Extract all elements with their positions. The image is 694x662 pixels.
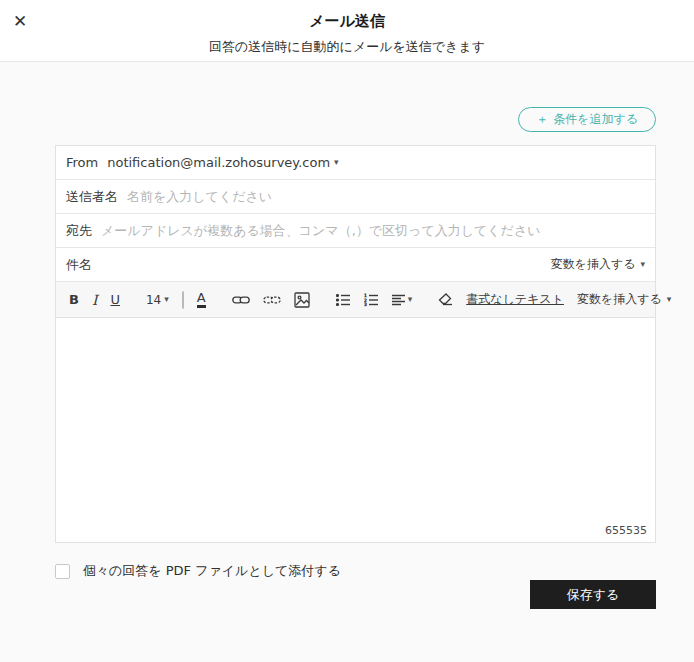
from-row: From notification@mail.zohosurvey.com ▾ <box>56 146 655 180</box>
attach-pdf-checkbox[interactable] <box>55 564 70 579</box>
dialog-body: ＋条件を追加する From notification@mail.zohosurv… <box>0 62 694 662</box>
italic-button[interactable]: I <box>92 293 98 307</box>
from-address-dropdown[interactable]: notification@mail.zohosurvey.com ▾ <box>107 155 338 170</box>
sender-name-input[interactable] <box>127 189 645 204</box>
font-size-value: 14 <box>146 294 161 306</box>
subject-insert-variable-dropdown[interactable]: 変数を挿入する ▾ <box>551 256 645 273</box>
text-align-dropdown[interactable]: ▾ <box>392 294 413 306</box>
add-condition-button[interactable]: ＋条件を追加する <box>518 107 656 132</box>
svg-text:3: 3 <box>364 302 367 307</box>
subject-label: 件名 <box>66 256 92 274</box>
font-size-dropdown[interactable]: 14 ▾ <box>146 294 169 306</box>
insert-link-icon[interactable] <box>232 293 250 307</box>
insert-image-icon[interactable] <box>294 292 310 308</box>
chevron-down-icon: ▾ <box>164 295 169 304</box>
add-condition-label: 条件を追加する <box>553 108 638 131</box>
email-body-editor[interactable]: 655535 <box>56 318 655 542</box>
bulleted-list-icon[interactable] <box>336 293 351 307</box>
font-color-button[interactable]: A <box>197 291 206 308</box>
remove-link-icon[interactable] <box>263 293 281 307</box>
sender-name-label: 送信者名 <box>66 188 118 206</box>
close-icon[interactable]: ✕ <box>10 12 30 32</box>
underline-button[interactable]: U <box>110 293 120 306</box>
to-label: 宛先 <box>66 222 92 240</box>
email-form-panel: From notification@mail.zohosurvey.com ▾ … <box>55 145 656 543</box>
chevron-down-icon: ▾ <box>408 295 413 304</box>
sender-name-row: 送信者名 <box>56 180 655 214</box>
editor-insert-variable-label: 変数を挿入する <box>577 291 662 308</box>
subject-insert-variable-label: 変数を挿入する <box>551 256 636 273</box>
editor-insert-variable-dropdown[interactable]: 変数を挿入する ▾ <box>577 291 671 308</box>
plus-icon: ＋ <box>536 108 548 131</box>
chevron-down-icon: ▾ <box>667 295 672 304</box>
subject-row: 件名 変数を挿入する ▾ <box>56 248 655 282</box>
save-button[interactable]: 保存する <box>530 580 656 609</box>
from-address-value: notification@mail.zohosurvey.com <box>107 155 330 170</box>
attach-pdf-row: 個々の回答を PDF ファイルとして添付する <box>55 562 656 580</box>
background-color-swatch[interactable] <box>182 291 184 309</box>
chevron-down-icon: ▾ <box>640 260 645 269</box>
from-label: From <box>66 155 98 170</box>
numbered-list-icon[interactable]: 1 2 3 <box>364 293 379 307</box>
bold-button[interactable]: B <box>69 293 79 306</box>
attach-pdf-label: 個々の回答を PDF ファイルとして添付する <box>83 562 341 580</box>
editor-toolbar: B I U 14 ▾ A <box>56 282 655 318</box>
page-subtitle: 回答の送信時に自動的にメールを送信できます <box>0 38 694 56</box>
dialog-header: ✕ メール送信 回答の送信時に自動的にメールを送信できます <box>0 0 694 62</box>
to-row: 宛先 <box>56 214 655 248</box>
to-input[interactable] <box>101 223 645 238</box>
clear-format-icon[interactable] <box>438 293 453 306</box>
subject-input[interactable] <box>101 257 551 272</box>
plain-text-button[interactable]: 書式なしテキスト <box>466 291 564 308</box>
chevron-down-icon: ▾ <box>334 158 339 167</box>
character-counter: 655535 <box>605 524 647 537</box>
page-title: メール送信 <box>0 0 694 31</box>
